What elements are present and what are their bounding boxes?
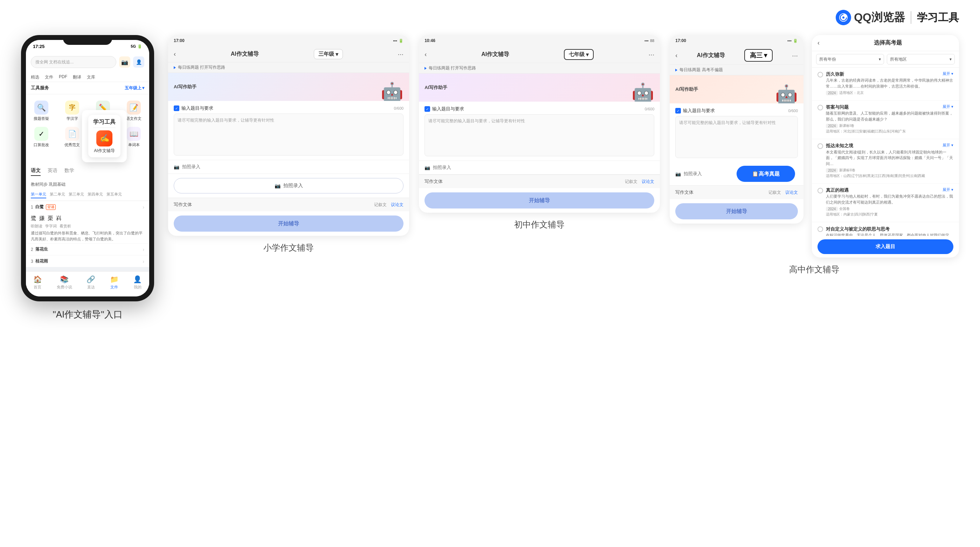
photo-btn-middle[interactable]: 📷 拍照录入 <box>425 164 654 171</box>
action-listen[interactable]: 听朗读 <box>31 223 42 229</box>
section-title: 教材同步 巩固基础 <box>31 182 65 188</box>
chapter-tab-1[interactable]: 第一单元 <box>31 192 46 198</box>
grade-badge-primary[interactable]: 三年级 ▾ <box>314 49 343 59</box>
quick-tool-2[interactable]: PDF <box>59 74 67 80</box>
gaokao-panel-title: 选择高考题 <box>822 39 953 46</box>
lesson-1-chars: 鹭 嫌 栗 嵙 听朗读 学字词 看赏析 通过描写白鹭的外形和觅食、栖息、飞行时的… <box>26 213 149 243</box>
action-learn[interactable]: 学字词 <box>45 223 57 229</box>
back-arrow-gaokao[interactable]: ‹ <box>818 39 819 46</box>
quick-tool-4[interactable]: 文库 <box>87 74 95 80</box>
start-btn-hs[interactable]: 开始辅导 <box>675 203 798 219</box>
topic-desc-3: 人们要学习与他人相处时，有时，我们为避免冲突不愿表达自己的想法，我们之间的交流才… <box>826 193 953 205</box>
photo-action-btn-primary[interactable]: 📷 拍照录入 <box>174 178 404 193</box>
chapter-tab-4[interactable]: 第四单元 <box>88 192 103 198</box>
back-arrow-hs[interactable]: ‹ <box>675 52 678 59</box>
subject-tab-math[interactable]: 数学 <box>64 167 74 176</box>
year-filter[interactable]: 所有年份 ▾ <box>816 54 884 64</box>
subject-tab-chinese[interactable]: 语文 <box>31 167 41 176</box>
style-opt2-primary[interactable]: 议论文 <box>391 202 404 208</box>
topic-content-3: 真正的相遇 展开 ▾ 人们要学习与他人相处时，有时，我们为避免冲突不愿表达自己的… <box>826 187 953 217</box>
chapter-tab-5[interactable]: 第五单元 <box>107 192 122 198</box>
popup-ai-item[interactable]: ✍ AI作文辅导 <box>94 130 115 154</box>
input-box-middle[interactable]: 请尽可能完整的输入题目与要求，让辅导更有针对性 <box>425 114 654 156</box>
more-hs[interactable]: ··· <box>792 51 798 59</box>
photo-btn-label-primary: 拍照录入 <box>182 164 200 170</box>
back-arrow-primary[interactable]: ‹ <box>174 51 176 58</box>
input-box-hs[interactable]: 请尽可能完整的输入题目与要求，让辅导更有针对性 <box>675 116 798 158</box>
phone-search-input[interactable]: 搜全网 文档在线追... <box>31 56 116 68</box>
popup-ai-label: AI作文辅导 <box>94 148 115 154</box>
photo-btn-primary[interactable]: 📷 拍照录入 <box>174 164 404 170</box>
lesson-item-2[interactable]: 2 落花生 › <box>26 243 149 255</box>
style-opt1-hs[interactable]: 记叙文 <box>768 190 781 196</box>
chapter-tab-3[interactable]: 第三单元 <box>68 192 84 198</box>
more-primary[interactable]: ··· <box>398 50 404 58</box>
nav-mine[interactable]: 👤 我的 <box>134 275 142 290</box>
banner-ai-icon-primary: 🤖 <box>381 83 404 101</box>
region-filter[interactable]: 所有地区 ▾ <box>887 54 955 64</box>
style-opt1-primary[interactable]: 记叙文 <box>374 202 387 208</box>
lesson-item-3[interactable]: 3 桂花雨 › <box>26 255 149 267</box>
grade-badge-hs[interactable]: 高三 ▾ <box>744 49 773 62</box>
avatar-icon[interactable]: 👤 <box>133 56 144 68</box>
tool-icon-hanzi: 字 <box>65 100 79 115</box>
photo-btn-label-hs: 拍照录入 <box>684 171 702 177</box>
action-analyze[interactable]: 看赏析 <box>60 223 71 229</box>
style-opt1-middle[interactable]: 记叙文 <box>625 179 638 185</box>
radio-4 <box>818 226 823 232</box>
battery-icon: 🔋 <box>137 44 142 49</box>
tool-item-soti[interactable]: 🔍 搜题答疑 <box>26 98 57 124</box>
char-count-primary: 0/600 <box>394 106 404 110</box>
write-style-row-middle: 写作文体 记叙文 议论文 <box>419 174 660 188</box>
input-label-hs: ✓ 输入题目与要求 <box>675 108 715 114</box>
style-opt2-hs[interactable]: 议论文 <box>785 190 798 196</box>
tool-item-math[interactable]: ✓ 口算批改 <box>26 124 57 150</box>
expand-2[interactable]: 展开 ▾ <box>942 143 953 148</box>
status-bar-primary: 17:00 ▪▪▪ 🔋 <box>168 35 409 46</box>
topic-item-0[interactable]: 历久弥新 展开 ▾ 几年来，古老的经典诗词读本，古老的是常用两常，中华民族的伟大… <box>812 68 959 100</box>
caption-primary: 小学作文辅导 <box>263 242 314 254</box>
wifi-icon-m: ▪▪▪ <box>644 38 649 43</box>
subject-tab-english[interactable]: 英语 <box>48 167 57 176</box>
topic-item-3[interactable]: 真正的相遇 展开 ▾ 人们要学习与他人相处时，有时，我们为避免冲突不愿表达自己的… <box>812 183 959 222</box>
screen-middle: 10:46 ▪▪▪ 88 ‹ AI作文辅导 七年级 ▾ ··· <box>419 35 660 230</box>
back-arrow-middle[interactable]: ‹ <box>425 51 426 58</box>
topic-item-4[interactable]: 对自定义与被定义的联思与思考 在标识的世界中，无论是个人、群体还是国家，都会面对… <box>812 222 959 236</box>
topic-title-2: 抵达未知之境 <box>826 143 853 149</box>
input-section-hs: ✓ 输入题目与要求 0/600 请尽可能完整的输入题目与要求，让辅导更有针对性 <box>670 104 803 162</box>
phone-screen: 17:25 5G 🔋 搜全网 文档在线追... 📷 <box>26 40 149 297</box>
lesson-item-1[interactable]: 1 白鹭 背诵 › <box>26 201 149 213</box>
expand-3[interactable]: 展开 ▾ <box>942 187 953 192</box>
grade-badge-middle[interactable]: 七年级 ▾ <box>564 49 594 60</box>
nav-title-primary: AI作文辅导 <box>231 51 259 58</box>
phone-section: 17:25 5G 🔋 搜全网 文档在线追... 📷 <box>21 35 154 321</box>
topic-item-2[interactable]: 抵达未知之境 展开 ▾ 本文看现代文阅读I提到，长久以来，人只能看到月球固定朝向… <box>812 139 959 183</box>
qq-browser-label: QQ浏览器 <box>854 10 905 25</box>
gaokao-real-btn[interactable]: 📋 高考真题 <box>737 166 795 182</box>
phone-search-icon[interactable]: 📷 <box>119 56 130 68</box>
start-btn-primary[interactable]: 开始辅导 <box>174 215 404 231</box>
nav-direct[interactable]: 🔗 直达 <box>87 275 95 290</box>
quick-tool-3[interactable]: 翻译 <box>73 74 81 80</box>
quick-tool-0[interactable]: 精选 <box>31 74 39 80</box>
input-box-primary[interactable]: 请尽可能完整的输入题目与要求，让辅导更有针对性 <box>174 113 404 156</box>
seek-btn[interactable]: 求入题目 <box>818 239 953 254</box>
battery-p: 🔋 <box>399 38 404 43</box>
style-opt2-middle[interactable]: 议论文 <box>642 179 654 185</box>
nav-files[interactable]: 📁 文件 <box>110 275 118 290</box>
expand-1[interactable]: 展开 ▾ <box>942 104 953 109</box>
nav-novel[interactable]: 📚 免费小说 <box>57 275 72 290</box>
start-btn-middle[interactable]: 开始辅导 <box>425 192 654 209</box>
grade-selector[interactable]: 五年级上 ▾ <box>125 85 144 91</box>
screen-primary: 17:00 ▪▪▪ 🔋 ‹ AI作文辅导 三年级 ▾ ··· <box>168 35 409 254</box>
photo-btn-hs[interactable]: 📷 拍照录入 <box>675 166 734 182</box>
sub-header-primary: 每日练两题 打开写作思路 <box>168 62 409 73</box>
expand-0[interactable]: 展开 ▾ <box>942 71 953 77</box>
chapter-tab-2[interactable]: 第二单元 <box>50 192 65 198</box>
topic-item-1[interactable]: 答案与问题 展开 ▾ 随着互联网的普及、人工智能的应用，越来越多的问题能被快速得… <box>812 100 959 139</box>
gaokao-action-row: 📷 拍照录入 📋 高考真题 <box>670 162 803 185</box>
nav-home[interactable]: 🏠 首页 <box>33 275 42 290</box>
quick-tool-1[interactable]: 文件 <box>45 74 53 80</box>
more-middle[interactable]: ··· <box>649 51 655 59</box>
action-section-primary: 📷 拍照录入 <box>168 174 409 198</box>
